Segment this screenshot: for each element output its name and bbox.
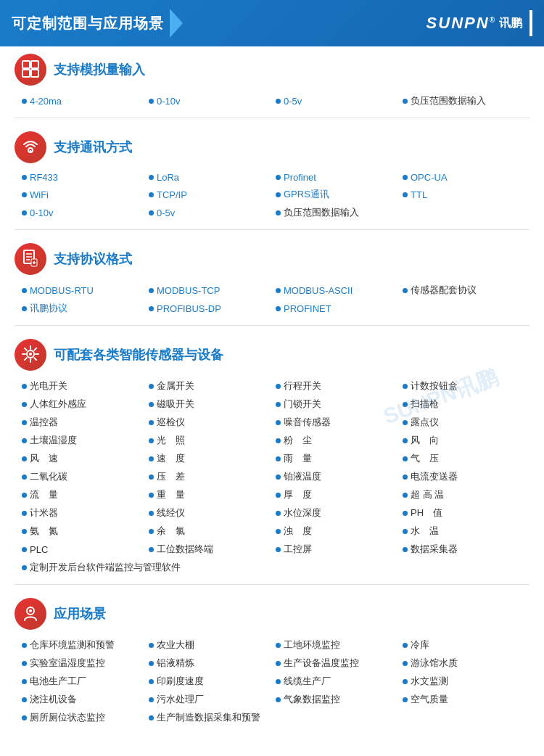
bullet-icon — [403, 697, 408, 702]
comm-title: 支持通讯方式 — [54, 139, 132, 156]
bullet-icon — [276, 547, 281, 552]
bullet-icon — [22, 456, 27, 461]
bullet-icon — [276, 384, 281, 389]
list-item: 厕所厕位状态监控 — [22, 710, 149, 726]
bullet-icon — [22, 643, 27, 648]
list-item: 铝液精炼 — [149, 655, 276, 671]
svg-rect-0 — [22, 61, 30, 68]
item-label: 电池生产工厂 — [30, 675, 86, 688]
item-label: LoRa — [157, 172, 179, 183]
sensor-content-wrapper: 可配套各类智能传感器与设备 SUNPN讯鹏 光电开关 金属开关 行程开关 计数按… — [15, 339, 529, 575]
bullet-icon — [276, 192, 281, 197]
item-label: 重 量 — [157, 488, 185, 501]
bullet-icon — [149, 715, 154, 720]
bullet-icon — [149, 175, 154, 180]
list-item: Profinet — [276, 170, 403, 184]
list-item: 气象数据监控 — [276, 691, 403, 707]
sensor-icon-circle — [15, 339, 46, 371]
item-label: 压 差 — [157, 470, 185, 483]
analog-title: 支持模拟量输入 — [54, 61, 145, 78]
item-label: PH 值 — [411, 506, 442, 519]
item-label: GPRS通讯 — [284, 188, 329, 201]
bullet-icon — [276, 697, 281, 702]
list-item: MODBUS-TCP — [149, 282, 276, 298]
bullet-icon — [22, 438, 27, 443]
sensor-icon — [21, 345, 40, 366]
svg-point-24 — [29, 609, 32, 612]
list-item: 电池生产工厂 — [22, 673, 149, 689]
list-item: 噪音传感器 — [276, 414, 403, 430]
item-label: 电流变送器 — [411, 470, 458, 483]
list-item: 风 速 — [22, 451, 149, 467]
list-item: 人体红外感应 — [22, 396, 149, 412]
bullet-icon — [403, 679, 408, 684]
logo-divider — [529, 10, 532, 36]
item-label: 实验室温湿度监控 — [30, 657, 105, 670]
list-item: 气 压 — [403, 451, 529, 467]
protocol-title: 支持协议格式 — [54, 250, 132, 268]
analog-icon-circle — [15, 54, 46, 86]
item-label: 余 氯 — [157, 525, 185, 538]
list-item: 巡检仪 — [149, 414, 276, 430]
bullet-icon — [403, 384, 408, 389]
list-item: 浊 度 — [276, 523, 403, 539]
item-label: RF433 — [30, 172, 58, 183]
list-item: 电流变送器 — [403, 469, 529, 485]
list-item: GPRS通讯 — [276, 186, 403, 202]
list-item: 生产设备温度监控 — [276, 655, 403, 671]
bullet-icon — [276, 643, 281, 648]
bullet-icon — [403, 192, 408, 197]
bullet-icon — [149, 661, 154, 666]
item-label: 浊 度 — [284, 525, 312, 538]
item-label: 扫描枪 — [411, 398, 439, 411]
bullet-icon — [22, 306, 27, 311]
section-comm: 支持通讯方式 RF433 LoRa Profinet OPC-UA WiFi T… — [15, 131, 529, 230]
section-protocol-header: 支持协议格式 — [15, 243, 529, 275]
page-title: 可定制范围与应用场景 — [12, 14, 164, 33]
bullet-icon — [149, 679, 154, 684]
list-item: 门锁开关 — [276, 396, 403, 412]
section-analog-header: 支持模拟量输入 — [15, 54, 529, 86]
item-label: 光 照 — [157, 434, 185, 447]
list-item: PLC — [22, 541, 149, 557]
item-label: 行程开关 — [284, 379, 321, 393]
bullet-icon — [149, 384, 154, 389]
list-item: 温控器 — [22, 414, 149, 430]
svg-point-14 — [29, 353, 32, 356]
item-label: 光电开关 — [30, 379, 67, 393]
list-item: 超 高 温 — [403, 487, 529, 503]
list-item: 讯鹏协议 — [22, 300, 149, 316]
list-item: 传感器配套协议 — [403, 282, 529, 298]
item-label: 流 量 — [30, 488, 58, 501]
bullet-icon — [149, 420, 154, 425]
list-item: 磁吸开关 — [149, 396, 276, 412]
item-label: 露点仪 — [411, 416, 439, 429]
item-label: 计米器 — [30, 506, 58, 519]
protocol-icon — [21, 249, 40, 270]
bullet-icon — [276, 210, 281, 215]
list-item: MODBUS-ASCII — [276, 282, 403, 298]
list-item: 0-10v — [149, 93, 276, 109]
bullet-icon — [22, 715, 27, 720]
section-analog: 支持模拟量输入 4-20ma 0-10v 0-5v 负压范围数据输入 — [15, 54, 529, 118]
item-label: 0-5v — [284, 96, 302, 107]
bullet-icon — [276, 474, 281, 480]
bullet-icon — [276, 306, 281, 311]
bullet-icon — [149, 643, 154, 648]
item-label: 金属开关 — [157, 379, 194, 393]
item-label: 水文监测 — [411, 675, 448, 688]
bullet-icon — [276, 529, 281, 534]
logo-chinese: 讯鹏 — [499, 16, 522, 31]
list-item: 4-20ma — [22, 93, 149, 109]
item-label: 生产设备温度监控 — [284, 657, 359, 670]
bullet-icon — [22, 547, 27, 552]
bullet-icon — [22, 474, 27, 480]
bullet-icon — [22, 175, 27, 180]
list-item: 二氧化碳 — [22, 469, 149, 485]
bullet-icon — [276, 456, 281, 461]
section-protocol: 支持协议格式 MODBUS-RTU MODBUS-TCP MODBUS-ASCI… — [15, 243, 529, 326]
item-label: 冷库 — [411, 638, 429, 652]
list-item: WiFi — [22, 186, 149, 202]
list-item: 负压范围数据输入 — [276, 205, 403, 221]
bullet-icon — [149, 547, 154, 552]
